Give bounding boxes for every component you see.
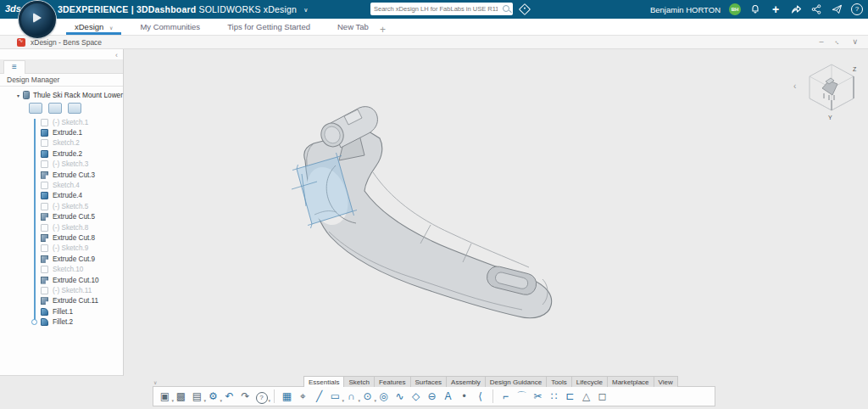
new-tab-button[interactable]: + <box>378 21 392 36</box>
polygon-icon[interactable]: ◇ <box>408 388 424 405</box>
notification-icon[interactable] <box>749 3 761 15</box>
redo-icon[interactable]: ↷ <box>237 388 253 405</box>
feature-item[interactable]: (-) Sketch.5 <box>0 201 123 211</box>
feature-item[interactable]: Extrude.4 <box>0 191 123 201</box>
search-input[interactable] <box>370 5 501 13</box>
action-bar-tabs: Essentials Sketch Features Surfaces Asse… <box>303 376 677 387</box>
dashboard-tab[interactable]: Tips for Getting Started <box>214 19 324 35</box>
fillet-icon[interactable]: ⌒ <box>514 388 530 405</box>
app-title[interactable]: 3DEXPERIENCE | 3DDashboard SOLIDWORKS xD… <box>58 4 309 14</box>
feature-icon <box>41 129 48 137</box>
feature-item[interactable]: (-) Sketch.8 <box>0 222 123 233</box>
action-bar-tab[interactable]: Marketplace <box>607 376 654 387</box>
plane-chip[interactable] <box>29 103 42 114</box>
action-bar-tab[interactable]: Surfaces <box>410 376 448 387</box>
feature-item[interactable]: Extrude Cut.5 <box>0 212 123 222</box>
compass-icon[interactable] <box>19 1 56 38</box>
tree-root-node[interactable]: ▾ Thule Ski Rack Mount Lower <box>0 87 123 101</box>
expand-arrow-icon[interactable]: ▾ <box>17 92 19 98</box>
feature-item[interactable]: Extrude Cut.9 <box>0 254 123 264</box>
feature-item[interactable]: Extrude Cut.10 <box>0 275 123 285</box>
insert-model-icon[interactable]: ▣ ▾ <box>157 388 173 405</box>
action-bar-tab[interactable]: Lifecycle <box>571 376 608 387</box>
exit-sketch-icon[interactable]: ◻ <box>594 388 610 405</box>
minimize-icon[interactable]: – <box>819 37 823 47</box>
pattern-icon[interactable]: ∷ <box>546 388 562 405</box>
feature-item[interactable]: Fillet.2 <box>0 317 123 327</box>
action-bar-tab[interactable]: View <box>654 376 678 387</box>
viewcube-collapse-icon[interactable]: ‹ <box>793 81 796 91</box>
design-tree-tab[interactable]: ≡ <box>3 60 25 74</box>
help-icon[interactable]: ? ▾ <box>253 388 270 405</box>
plane-chip[interactable] <box>68 103 81 114</box>
pointer-tool-icon[interactable]: ⌖ <box>295 388 311 405</box>
save-icon[interactable]: ▤ ▾ <box>189 388 205 405</box>
chamfer-icon[interactable]: ⌐ <box>498 388 514 405</box>
avatar[interactable]: BH <box>729 3 741 15</box>
duplicate-model-icon[interactable]: ▩ <box>173 388 189 405</box>
feature-item[interactable]: Sketch.4 <box>0 180 123 190</box>
feature-item[interactable]: Extrude.2 <box>0 148 123 159</box>
add-icon[interactable]: + <box>770 3 782 15</box>
feature-item[interactable]: Extrude Cut.3 <box>0 170 123 180</box>
undo-icon[interactable]: ↶ <box>221 388 237 405</box>
panel-divider <box>0 86 123 87</box>
share-network-icon[interactable] <box>810 3 822 15</box>
action-bar-tab[interactable]: Sketch <box>343 376 374 387</box>
feature-item[interactable]: (-) Sketch.9 <box>0 244 123 254</box>
circle-icon[interactable]: ⊙ ▾ <box>359 388 376 405</box>
action-bar-tab[interactable]: Features <box>374 376 411 387</box>
slot-icon[interactable]: ⊖ <box>424 388 440 405</box>
feature-item[interactable]: Extrude.1 <box>0 127 123 137</box>
feature-item[interactable]: Sketch.10 <box>0 264 123 274</box>
text-icon[interactable]: A <box>440 388 456 405</box>
feature-label: Sketch.2 <box>53 139 80 147</box>
feature-item[interactable]: Fillet.1 <box>0 306 123 317</box>
tool-glyph: ▤ <box>192 390 202 402</box>
toolbar-expand-icon[interactable]: ∨ <box>153 379 157 385</box>
feature-item[interactable]: Sketch.2 <box>0 138 123 148</box>
help-icon[interactable]: ? <box>851 3 863 15</box>
ellipse-icon[interactable]: ◎ <box>376 388 392 405</box>
panel-collapse-icon[interactable]: ‹ <box>115 51 118 59</box>
feature-item[interactable]: Extrude Cut.8 <box>0 233 123 243</box>
part-icon <box>23 91 30 99</box>
dashboard-tab[interactable]: New Tab <box>324 19 382 35</box>
paper-plane-icon[interactable] <box>831 3 843 15</box>
feature-icon <box>41 182 48 189</box>
feature-item[interactable]: (-) Sketch.11 <box>0 285 123 295</box>
sketch-icon[interactable]: ▦ <box>279 388 295 405</box>
view-cube[interactable]: Z Y <box>804 59 860 122</box>
toolbar-separator <box>492 389 493 403</box>
user-name[interactable]: Benjamin HORTON <box>650 5 721 14</box>
line-icon[interactable]: ╱ <box>311 388 327 405</box>
action-bar-tab[interactable]: Assembly <box>446 376 486 387</box>
action-bar-tab[interactable]: Essentials <box>303 376 344 387</box>
action-bar-tab[interactable]: Design Guidance <box>485 376 547 387</box>
rectangle-icon[interactable]: ▭ ▾ <box>327 388 343 405</box>
trim-icon[interactable]: ✂ <box>530 388 546 405</box>
offset-icon[interactable]: ⊏ <box>562 388 578 405</box>
dashboard-tab[interactable]: My Communities <box>126 19 214 35</box>
search-icon[interactable] <box>501 3 513 15</box>
tool-glyph: ∿ <box>395 390 403 402</box>
share-arrow-icon[interactable] <box>790 3 802 15</box>
arc-icon[interactable]: ∩ ▾ <box>343 388 359 405</box>
point-icon[interactable]: • <box>456 388 472 405</box>
plane-chip[interactable] <box>48 103 62 114</box>
mirror-icon[interactable]: △ <box>578 388 594 405</box>
3d-viewport[interactable]: ‹ Z Y Essentials Sketch Features Surface… <box>0 49 868 409</box>
dashboard-tab[interactable]: xDesign ∨ <box>61 19 126 35</box>
feature-item[interactable]: (-) Sketch.3 <box>0 160 123 170</box>
action-bar-tab[interactable]: Tools <box>546 376 572 387</box>
tag-icon[interactable] <box>519 3 531 15</box>
maximize-icon[interactable]: ↔ <box>832 36 843 48</box>
tool-glyph: ⚙ <box>209 390 218 402</box>
spline-icon[interactable]: ∿ <box>392 388 408 405</box>
cad-part-thule-ski-rack-mount[interactable] <box>288 87 576 350</box>
collapse-icon[interactable]: ∨ <box>852 37 858 47</box>
settings-icon[interactable]: ⚙ ▾ <box>205 388 221 405</box>
feature-item[interactable]: Extrude Cut.11 <box>0 296 123 306</box>
polyline-icon[interactable]: ⟨ <box>472 388 488 405</box>
feature-item[interactable]: (-) Sketch.1 <box>0 117 123 127</box>
